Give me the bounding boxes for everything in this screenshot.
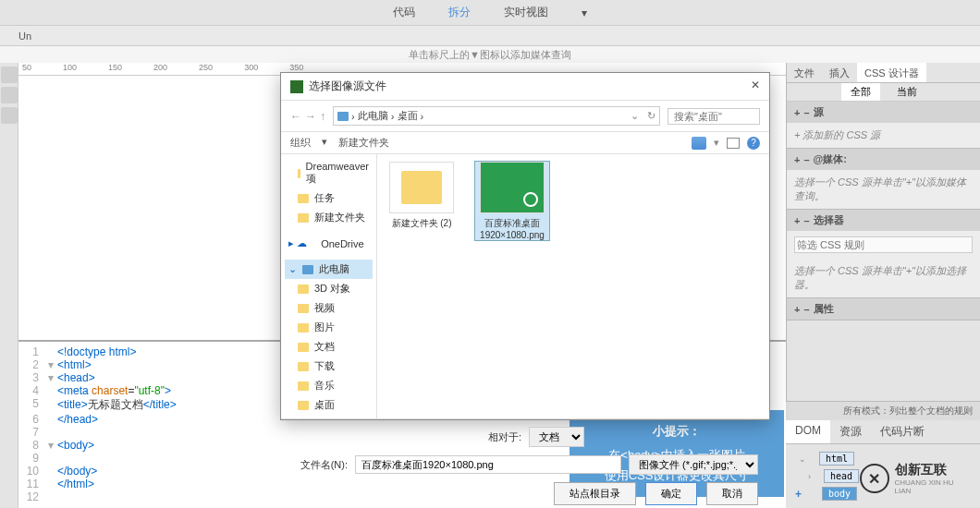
code-text: </body> xyxy=(57,465,97,478)
menu-code[interactable]: 代码 xyxy=(386,1,423,24)
file-filter-select[interactable]: 图像文件 (*.gif;*.jpg;*.jpeg;*.png xyxy=(629,454,758,475)
media-query-hint: 单击标尺上的▼图标以添加媒体查询 xyxy=(0,46,980,63)
document-tab[interactable]: Un xyxy=(18,30,31,42)
tab-css-designer[interactable]: CSS 设计器 xyxy=(857,63,926,82)
media-hint: 选择一个 CSS 源并单击"+"以添加媒体查询。 xyxy=(787,170,980,209)
code-text: <title> xyxy=(57,398,88,411)
tab-insert[interactable]: 插入 xyxy=(822,63,857,82)
file-list[interactable]: 新建文件夹 (2) 百度标准桌面1920×1080.png xyxy=(377,154,769,418)
site-root-button[interactable]: 站点根目录 xyxy=(554,482,636,505)
help-icon[interactable]: ? xyxy=(747,137,760,150)
sidebar-label: 此电脑 xyxy=(319,262,349,276)
cancel-button[interactable]: 取消 xyxy=(706,482,758,505)
tool-icon[interactable] xyxy=(1,67,18,83)
sidebar-item[interactable]: 下载 xyxy=(285,357,373,376)
dialog-sidebar[interactable]: Dreamweaver项 任务 新建文件夹 ▸ ☁ OneDrive ⌄此电脑 … xyxy=(281,154,377,418)
breadcrumb-desktop[interactable]: 桌面 xyxy=(398,109,418,123)
code-text: <!doctype html> xyxy=(57,345,136,358)
breadcrumb-pc[interactable]: 此电脑 xyxy=(358,109,388,123)
add-node-button[interactable]: + xyxy=(795,488,802,501)
code-text: charset xyxy=(92,384,128,397)
tab-dom[interactable]: DOM xyxy=(786,420,830,443)
sidebar-item[interactable]: 图片 xyxy=(285,318,373,337)
subtab-all[interactable]: 全部 xyxy=(841,83,880,101)
sidebar-label: 图片 xyxy=(314,321,335,334)
dom-tabs: DOM 资源 代码片断 xyxy=(786,420,980,444)
file-item-label: 新建文件夹 (2) xyxy=(385,217,459,230)
sidebar-label: 桌面 xyxy=(314,398,335,412)
sidebar-item[interactable]: 文档 xyxy=(285,337,373,357)
filename-input[interactable] xyxy=(355,455,621,474)
folder-icon xyxy=(298,401,309,410)
tool-icon[interactable] xyxy=(1,107,18,124)
code-text: <body> xyxy=(57,439,94,452)
selectors-filter-input[interactable] xyxy=(794,236,973,253)
tab-snippets[interactable]: 代码片断 xyxy=(871,420,934,443)
pc-icon xyxy=(337,112,349,121)
sidebar-item[interactable]: 3D 对象 xyxy=(285,279,373,298)
sidebar-label: OneDrive xyxy=(321,238,363,249)
dom-node-head[interactable]: head xyxy=(824,469,859,483)
dom-node-html[interactable]: html xyxy=(819,452,854,466)
logo-icon: ✕ xyxy=(860,464,889,493)
sidebar-onedrive[interactable]: ▸ ☁ OneDrive xyxy=(285,235,373,252)
menu-live[interactable]: 实时视图 xyxy=(496,1,556,24)
ruler-tick: 200 xyxy=(153,63,167,75)
ruler-tick: 150 xyxy=(108,63,122,75)
dom-node-body[interactable]: body xyxy=(822,487,857,501)
sidebar-item[interactable]: 任务 xyxy=(285,188,373,208)
top-menu: 代码 拆分 实时视图 ▾ xyxy=(0,0,980,26)
code-text: <meta xyxy=(57,384,92,397)
code-text: </html> xyxy=(57,478,94,490)
file-item-label: 百度标准桌面1920×1080.png xyxy=(475,217,549,240)
sidebar-item[interactable]: Dreamweaver项 xyxy=(285,158,373,188)
sources-body[interactable]: + 添加新的 CSS 源 xyxy=(787,123,980,148)
selectors-header[interactable]: +–选择器 xyxy=(787,210,980,231)
file-item-folder[interactable]: 新建文件夹 (2) xyxy=(385,162,459,230)
preview-pane-icon[interactable] xyxy=(727,138,740,149)
ok-button[interactable]: 确定 xyxy=(645,482,697,505)
panel-tabs: 文件 插入 CSS 设计器 xyxy=(787,63,980,83)
folder-icon xyxy=(298,323,309,333)
menu-split[interactable]: 拆分 xyxy=(441,1,478,24)
selectors-title: 选择器 xyxy=(814,213,844,227)
sidebar-item[interactable]: 桌面 xyxy=(285,395,373,415)
sidebar-label: 下载 xyxy=(314,359,335,373)
sources-title: 源 xyxy=(814,105,824,119)
folder-thumbnail xyxy=(389,162,454,213)
media-header[interactable]: +–@媒体: xyxy=(787,149,980,170)
search-input[interactable] xyxy=(668,108,760,125)
organize-menu[interactable]: 组织 xyxy=(290,136,311,150)
sidebar-label: Dreamweaver项 xyxy=(306,161,369,186)
breadcrumb[interactable]: › 此电脑 › 桌面 › ⌄ ↻ xyxy=(333,106,660,126)
relative-to-select[interactable]: 文档 xyxy=(529,427,584,447)
new-folder-button[interactable]: 新建文件夹 xyxy=(338,136,389,150)
sidebar-label: 3D 对象 xyxy=(314,282,350,296)
subtab-current[interactable]: 当前 xyxy=(888,83,926,101)
breadcrumb-dropdown-icon[interactable]: ⌄ ↻ xyxy=(631,110,655,122)
menu-dropdown-icon[interactable]: ▾ xyxy=(574,3,594,23)
code-text: </title> xyxy=(143,398,177,411)
selectors-hint: 选择一个 CSS 源并单击"+"以添加选择器。 xyxy=(787,259,980,297)
folder-icon xyxy=(298,169,300,178)
properties-header[interactable]: +–属性 xyxy=(787,298,980,320)
sidebar-label: 视频 xyxy=(314,301,335,315)
view-mode-icon[interactable] xyxy=(692,137,706,150)
sidebar-item[interactable]: 视频 xyxy=(285,298,373,318)
sidebar-this-pc[interactable]: ⌄此电脑 xyxy=(285,260,373,279)
sidebar-item[interactable]: 音乐 xyxy=(285,376,373,395)
tab-resources[interactable]: 资源 xyxy=(830,420,871,443)
file-open-dialog: 选择图像源文件 ✕ ← → ↑ › 此电脑 › 桌面 › ⌄ ↻ 组织▾ 新建文… xyxy=(280,72,770,420)
sources-header[interactable]: +–源 xyxy=(787,102,980,123)
code-text: > xyxy=(165,384,171,397)
code-text: <head> xyxy=(57,371,95,384)
tab-file[interactable]: 文件 xyxy=(787,63,822,82)
file-item-image[interactable]: 百度标准桌面1920×1080.png xyxy=(475,162,549,240)
nav-forward-icon[interactable]: → xyxy=(305,110,316,123)
sidebar-item[interactable]: 新建文件夹 xyxy=(285,208,373,227)
nav-back-icon[interactable]: ← xyxy=(290,110,301,123)
close-button[interactable]: ✕ xyxy=(751,79,760,94)
nav-up-icon[interactable]: ↑ xyxy=(320,110,325,123)
tool-icon[interactable] xyxy=(1,87,18,103)
logo-text: 创新互联 xyxy=(895,462,972,478)
